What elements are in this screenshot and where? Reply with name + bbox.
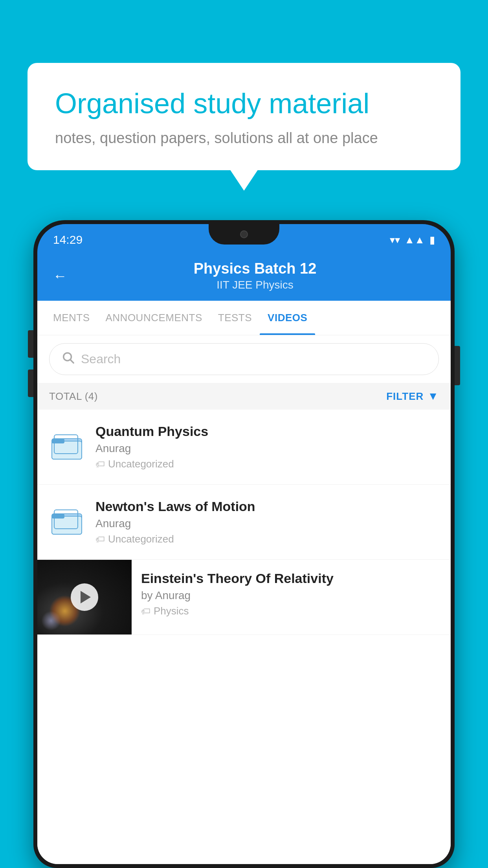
video-info: Quantum Physics Anurag 🏷 Uncategorized [95, 424, 439, 470]
power-button [455, 346, 460, 385]
video-tag: 🏷 Uncategorized [95, 458, 439, 470]
svg-rect-3 [52, 441, 82, 459]
filter-button[interactable]: FILTER ▼ [386, 390, 439, 403]
video-tag: 🏷 Physics [141, 605, 441, 617]
volume-up-button [28, 330, 33, 358]
svg-rect-4 [52, 439, 64, 443]
speech-bubble: Organised study material notes, question… [28, 63, 460, 170]
folder-icon [49, 504, 84, 540]
back-button[interactable]: ← [53, 268, 67, 284]
video-title: Newton's Laws of Motion [95, 499, 439, 514]
battery-icon: ▮ [429, 234, 435, 246]
list-item[interactable]: Newton's Laws of Motion Anurag 🏷 Uncateg… [37, 485, 451, 560]
header-center: Physics Batch 12 IIT JEE Physics [75, 260, 435, 291]
status-time: 14:29 [53, 233, 83, 246]
header-title: Physics Batch 12 [75, 260, 435, 277]
play-button[interactable] [71, 583, 98, 611]
play-icon [81, 591, 91, 603]
tag-icon: 🏷 [95, 534, 105, 545]
tab-videos[interactable]: VIDEOS [260, 301, 315, 335]
video-info: Einstein's Theory Of Relativity by Anura… [132, 560, 451, 628]
tab-announcements[interactable]: ANNOUNCEMENTS [98, 301, 210, 335]
front-camera [240, 230, 248, 238]
tab-bar: MENTS ANNOUNCEMENTS TESTS VIDEOS [37, 301, 451, 335]
video-author: Anurag [95, 517, 439, 530]
tab-ments[interactable]: MENTS [45, 301, 98, 335]
filter-bar: TOTAL (4) FILTER ▼ [37, 383, 451, 410]
svg-line-1 [70, 360, 73, 363]
phone-notch [209, 224, 279, 245]
video-author: by Anurag [141, 589, 441, 602]
speech-bubble-section: Organised study material notes, question… [28, 63, 460, 170]
thumb-glow2 [41, 611, 61, 631]
video-title: Quantum Physics [95, 424, 439, 439]
bubble-subtitle: notes, question papers, solutions all at… [55, 130, 433, 147]
search-icon [61, 351, 75, 368]
total-count: TOTAL (4) [49, 390, 98, 403]
tag-icon: 🏷 [95, 459, 105, 470]
folder-icon [49, 429, 84, 465]
filter-icon: ▼ [427, 390, 439, 403]
video-list: Quantum Physics Anurag 🏷 Uncategorized [37, 410, 451, 864]
screen-content: ← Physics Batch 12 IIT JEE Physics MENTS… [37, 252, 451, 864]
status-icons: ▾▾ ▲▲ ▮ [390, 234, 435, 246]
search-bar: Search [37, 335, 451, 383]
video-tag: 🏷 Uncategorized [95, 533, 439, 545]
video-author: Anurag [95, 442, 439, 455]
wifi-icon: ▾▾ [390, 234, 400, 246]
header-subtitle: IIT JEE Physics [75, 279, 435, 291]
svg-rect-7 [52, 516, 82, 534]
volume-down-button [28, 370, 33, 397]
search-input-wrap[interactable]: Search [49, 343, 439, 375]
list-item[interactable]: Einstein's Theory Of Relativity by Anura… [37, 560, 451, 635]
tab-tests[interactable]: TESTS [210, 301, 260, 335]
video-info: Newton's Laws of Motion Anurag 🏷 Uncateg… [95, 499, 439, 545]
bubble-title: Organised study material [55, 86, 433, 120]
tag-icon: 🏷 [141, 606, 150, 617]
video-title: Einstein's Theory Of Relativity [141, 571, 441, 586]
search-input[interactable]: Search [81, 352, 121, 366]
svg-rect-8 [52, 514, 64, 519]
signal-icon: ▲▲ [405, 234, 425, 246]
list-item[interactable]: Quantum Physics Anurag 🏷 Uncategorized [37, 410, 451, 485]
phone-frame: 14:29 ▾▾ ▲▲ ▮ ← Physics Batch 12 IIT JEE… [33, 220, 455, 868]
phone-screen: 14:29 ▾▾ ▲▲ ▮ ← Physics Batch 12 IIT JEE… [37, 224, 451, 864]
app-header: ← Physics Batch 12 IIT JEE Physics [37, 252, 451, 301]
video-thumbnail [37, 560, 132, 634]
